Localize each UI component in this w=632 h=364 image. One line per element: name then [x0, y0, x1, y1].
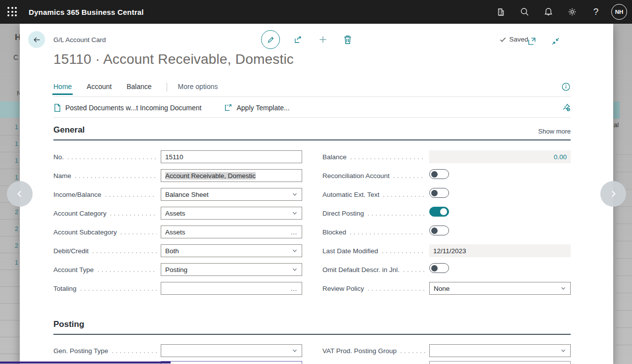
backdrop-row-fragment: 1 [15, 124, 18, 131]
gl-account-card-dialog: G/L Account Card Saved 15110 · Account R… [20, 24, 613, 364]
field-account-subcategory: Account Subcategory Assets… [53, 223, 302, 241]
show-more-link[interactable]: Show more [538, 128, 571, 135]
account-subcategory-lookup[interactable]: Assets… [161, 226, 302, 238]
field-label: Direct Posting [322, 210, 364, 217]
backdrop-row-fragment: 1 [15, 140, 18, 147]
field-value: 0.00 [554, 153, 567, 161]
dotted-leader [98, 271, 157, 272]
direct-posting-toggle[interactable] [429, 207, 449, 217]
backdrop-row-fragment: 1 [15, 174, 18, 181]
field-reconciliation-account: Reconciliation Account [322, 166, 571, 185]
name-input[interactable]: Account Receivable, Domestic [161, 169, 302, 182]
dotted-leader [383, 196, 425, 197]
field-no: No. 15110 [53, 147, 302, 166]
dotted-leader [121, 233, 157, 234]
reconciliation-account-toggle[interactable] [429, 169, 449, 179]
account-category-select[interactable]: Assets [161, 207, 302, 220]
notifications-bell-icon[interactable] [540, 3, 557, 20]
dotted-leader [68, 158, 157, 159]
apply-template-action[interactable]: Apply Template... [224, 103, 289, 112]
help-icon[interactable]: ? [587, 3, 604, 20]
field-name: Name Account Receivable, Domestic [53, 166, 302, 185]
backdrop-row-fragment: 2 [15, 242, 18, 249]
share-button[interactable] [292, 33, 305, 46]
omit-default-descr-toggle[interactable] [429, 263, 449, 273]
tab-balance[interactable]: Balance [127, 83, 152, 94]
vat-prod-posting-group-select[interactable] [429, 344, 571, 357]
app-launcher-icon[interactable] [6, 5, 19, 18]
field-vat-prod-posting-group: VAT Prod. Posting Group [322, 341, 571, 360]
toggle-knob [431, 265, 438, 272]
new-record-plus-button[interactable] [316, 33, 329, 46]
previous-record-button[interactable] [7, 181, 33, 207]
dotted-leader [350, 233, 425, 234]
edit-pencil-button[interactable] [261, 30, 280, 49]
next-record-button[interactable] [600, 181, 626, 207]
field-label: Balance [322, 153, 347, 161]
general-right-column: Balance 0.00 Reconciliation Account Auto… [322, 147, 571, 301]
page-type-caption: G/L Account Card [53, 36, 106, 44]
page-title: 15110 · Account Receivable, Domestic [53, 51, 294, 67]
dotted-leader [81, 290, 157, 291]
search-icon[interactable] [516, 3, 533, 20]
field-income-balance: Income/Balance Balance Sheet [53, 185, 302, 204]
pin-icon[interactable] [562, 103, 571, 114]
tab-home[interactable]: Home [53, 83, 72, 94]
settings-gear-icon[interactable] [564, 3, 581, 20]
app-title[interactable]: Dynamics 365 Business Central [29, 8, 144, 16]
field-review-policy: Review Policy None [322, 279, 571, 298]
field-value: 15110 [165, 153, 183, 161]
automatic-ext-text-toggle[interactable] [429, 188, 449, 198]
field-account-category: Account Category Assets [53, 204, 302, 223]
debit-credit-select[interactable]: Both [161, 244, 302, 257]
posted-documents-action[interactable]: Posted Documents w...t Incoming Document [53, 103, 201, 112]
tab-account[interactable]: Account [87, 83, 112, 94]
income-balance-select[interactable]: Balance Sheet [161, 188, 302, 201]
backdrop-right-text-fragment: al [614, 121, 619, 129]
field-value: Posting [165, 266, 187, 273]
last-date-modified-value[interactable]: 12/11/2023 [429, 244, 571, 257]
clipped-next-field-right [429, 361, 571, 364]
gen-posting-type-select[interactable] [161, 344, 302, 357]
toggle-wrap [429, 188, 571, 201]
no-input[interactable]: 15110 [161, 150, 302, 163]
chevron-down-icon [560, 348, 566, 354]
backdrop-row-fragment: 1 [15, 157, 18, 164]
toggle-wrap [429, 169, 571, 182]
review-policy-select[interactable]: None [429, 282, 571, 295]
more-options-button[interactable]: More options [178, 83, 218, 94]
balance-value[interactable]: 0.00 [429, 150, 571, 163]
window-controls [525, 35, 562, 47]
assist-edit-icon[interactable]: … [290, 286, 298, 291]
collapse-page-icon[interactable] [549, 35, 562, 47]
field-value: Balance Sheet [165, 191, 209, 198]
chevron-left-icon [16, 190, 24, 198]
action-label: Posted Documents w...t Incoming Document [65, 104, 201, 112]
posting-left-column: Gen. Posting Type [53, 341, 302, 360]
field-totaling: Totaling … [53, 279, 302, 298]
dotted-leader [92, 252, 157, 253]
delete-trash-button[interactable] [341, 33, 354, 46]
assist-edit-icon[interactable]: … [290, 229, 298, 234]
backdrop-selected-row-left [0, 101, 20, 118]
totaling-lookup[interactable]: … [161, 282, 302, 295]
top-navigation-bar: Dynamics 365 Business Central ? NH [0, 0, 632, 24]
blocked-toggle[interactable] [429, 226, 449, 235]
field-label: Automatic Ext. Text [322, 191, 379, 198]
backdrop-row-fragment: 2 [15, 226, 18, 232]
field-automatic-ext-text: Automatic Ext. Text [322, 185, 571, 204]
user-avatar[interactable]: NH [611, 4, 627, 20]
back-button[interactable] [28, 31, 45, 48]
chevron-down-icon [560, 285, 566, 291]
field-debit-credit: Debit/Credit Both [53, 241, 302, 260]
company-environment-icon[interactable] [493, 3, 509, 20]
dotted-leader [368, 215, 425, 216]
dotted-leader [112, 352, 157, 353]
account-type-select[interactable]: Posting [161, 263, 302, 276]
info-icon[interactable] [561, 82, 571, 93]
open-in-new-window-icon[interactable] [525, 35, 538, 47]
topbar-actions: ? NH [493, 0, 627, 24]
toggle-knob [431, 171, 438, 178]
field-last-date-modified: Last Date Modified 12/11/2023 [322, 241, 571, 260]
field-value: 12/11/2023 [433, 247, 466, 255]
